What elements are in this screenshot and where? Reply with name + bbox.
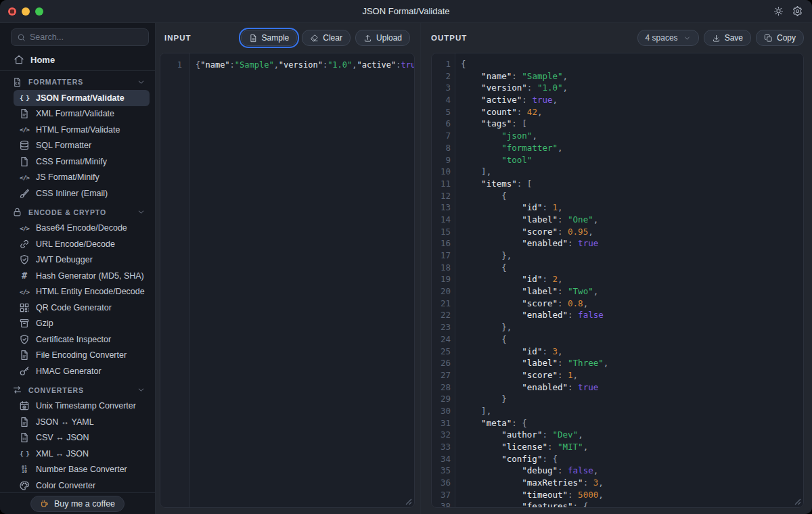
output-editor[interactable]: 1{2 "name": "Sample",3 "version": "1.0",…: [431, 53, 804, 508]
sidebar: Home FORMATTERS{ }JSON Format/ValidateXM…: [0, 23, 156, 514]
search-box[interactable]: [11, 28, 149, 46]
input-actions: Sample Clear Upload: [241, 30, 410, 46]
section-label: ENCODE & CRYPTO: [28, 208, 106, 216]
sidebar-item-label: JS Format/Minify: [36, 172, 99, 182]
close-button[interactable]: [8, 7, 16, 16]
line-number: 6: [432, 118, 455, 130]
sidebar-item-number-base-converter[interactable]: 0110Number Base Converter: [14, 462, 150, 478]
line-content: "tool": [455, 154, 532, 166]
code-line: 16 "enabled": true: [432, 237, 803, 250]
line-number: 32: [432, 429, 455, 441]
code-line: 17 },: [432, 250, 803, 262]
line-number: 16: [432, 237, 455, 250]
sidebar-item-hmac-generator[interactable]: HMAC Generator: [14, 363, 150, 379]
copy-button[interactable]: Copy: [756, 30, 804, 46]
line-content: "label": "Three",: [455, 357, 608, 369]
sidebar-item-css-format-minify[interactable]: CSS Format/Minify: [14, 154, 150, 170]
chevron-down-icon: [137, 208, 145, 216]
window-title: JSON Format/Validate: [0, 6, 812, 16]
sidebar-item-label: XML ↔ JSON: [36, 449, 89, 459]
home-icon: [14, 54, 24, 65]
line-content: "score": 0.95,: [455, 226, 593, 238]
theme-toggle-button[interactable]: [773, 6, 784, 16]
sidebar-item-label: URL Encode/Decode: [36, 239, 115, 249]
sidebar-item-label: HTML Format/Validate: [36, 125, 120, 135]
code-line: 12 {: [432, 190, 803, 202]
brush-icon: [19, 188, 30, 199]
sidebar-item-certificate-inspector[interactable]: Certificate Inspector: [14, 331, 150, 348]
minimize-button[interactable]: [22, 7, 30, 16]
buy-coffee-button[interactable]: Buy me a coffee: [30, 496, 125, 512]
line-content: "count": 42,: [455, 106, 542, 118]
input-gutter: [160, 53, 190, 507]
sidebar-item-base64-encode-decode[interactable]: </>Base64 Encode/Decode: [14, 220, 150, 237]
line-content: "active": true,: [455, 94, 558, 106]
section-header-encode-crypto[interactable]: ENCODE & CRYPTO: [0, 204, 155, 220]
sidebar-item-hash-generator-md5-sha[interactable]: #Hash Generator (MD5, SHA): [14, 268, 150, 284]
sidebar-item-sql-formatter[interactable]: SQL Formatter: [14, 138, 150, 154]
link-icon: [19, 239, 30, 250]
sidebar-item-css-inliner-email[interactable]: CSS Inliner (Email): [14, 185, 150, 202]
input-panel-title: INPUT: [164, 34, 191, 42]
code-line: 36 "maxRetries": 3,: [432, 477, 803, 489]
sidebar-item-csv-json[interactable]: CSV ↔ JSON: [14, 430, 150, 446]
sidebar-item-qr-code-generator[interactable]: QR Code Generator: [14, 300, 150, 316]
line-number: 8: [432, 142, 455, 154]
input-editor[interactable]: 1{"name":"Sample","version":"1.0","activ…: [160, 53, 415, 508]
save-button-label: Save: [725, 33, 743, 43]
resize-handle[interactable]: [405, 498, 412, 505]
sidebar-item-js-format-minify[interactable]: </>JS Format/Minify: [14, 170, 150, 186]
sidebar-item-xml-json[interactable]: { }XML ↔ JSON: [14, 446, 150, 462]
sidebar-item-html-format-validate[interactable]: </>HTML Format/Validate: [14, 122, 150, 138]
sidebar-item-gzip[interactable]: Gzip: [14, 316, 150, 332]
sidebar-item-color-converter[interactable]: Color Converter: [14, 477, 150, 492]
sidebar-item-jwt-debugger[interactable]: JWT Debugger: [14, 252, 150, 268]
resize-handle[interactable]: [794, 498, 801, 505]
line-content: "enabled": false: [455, 309, 604, 321]
binary-icon: 0110: [19, 464, 30, 475]
search-input[interactable]: [30, 32, 143, 42]
code-line: 27 "score": 1,: [432, 369, 803, 381]
code-line: 2 "name": "Sample",: [432, 70, 803, 83]
section-header-formatters[interactable]: FORMATTERS: [0, 74, 155, 90]
chevron-down-icon: [137, 386, 145, 394]
sidebar-item-xml-format-validate[interactable]: XML Format/Validate: [14, 106, 150, 122]
line-number: 11: [432, 178, 455, 190]
line-number: 13: [432, 202, 455, 214]
clear-button[interactable]: Clear: [302, 30, 351, 46]
line-content: "enabled": true: [455, 237, 598, 250]
indent-select[interactable]: 4 spaces: [637, 30, 699, 46]
gear-icon: [792, 6, 803, 16]
upload-button[interactable]: Upload: [355, 30, 410, 46]
line-number: 12: [432, 190, 455, 202]
buy-coffee-label: Buy me a coffee: [54, 499, 115, 509]
section-header-converters[interactable]: CONVERTERS: [0, 382, 155, 398]
sidebar-item-json-format-validate[interactable]: { }JSON Format/Validate: [14, 90, 150, 106]
sidebar-item-url-encode-decode[interactable]: URL Encode/Decode: [14, 236, 150, 252]
sample-button[interactable]: Sample: [241, 30, 298, 46]
line-content: "id": 2,: [455, 273, 563, 285]
sidebar-item-file-encoding-converter[interactable]: File Encoding Converter: [14, 348, 150, 364]
save-button[interactable]: Save: [704, 30, 751, 46]
input-code[interactable]: 1{"name":"Sample","version":"1.0","activ…: [160, 53, 414, 72]
code-line: 22 "enabled": false: [432, 309, 803, 321]
sidebar-item-html-entity-encode-decode[interactable]: </>HTML Entity Encode/Decode: [14, 284, 150, 300]
sidebar-item-json-yaml[interactable]: JSON ↔ YAML: [14, 414, 150, 430]
lock-icon: [12, 207, 22, 217]
line-number: 25: [432, 346, 455, 358]
code-line: 21 "score": 0.8,: [432, 298, 803, 310]
output-code[interactable]: 1{2 "name": "Sample",3 "version": "1.0",…: [432, 53, 803, 508]
code-line: 3 "version": "1.0",: [432, 82, 803, 94]
sidebar-item-unix-timestamp-converter[interactable]: Unix Timestamp Converter: [14, 398, 150, 415]
sidebar-item-home[interactable]: Home: [8, 50, 150, 69]
settings-button[interactable]: [792, 6, 803, 16]
code-line: 38 "features": {: [432, 500, 803, 508]
sidebar-item-label: HTML Entity Encode/Decode: [36, 287, 145, 296]
line-content: "label": "One",: [455, 214, 598, 226]
code-line: 10 ],: [432, 166, 803, 178]
file-xml-icon: [19, 350, 30, 360]
app-body: Home FORMATTERS{ }JSON Format/ValidateXM…: [0, 23, 812, 514]
zoom-button[interactable]: [35, 7, 43, 16]
file-xml-icon: [19, 108, 30, 119]
line-number: 30: [432, 405, 455, 417]
